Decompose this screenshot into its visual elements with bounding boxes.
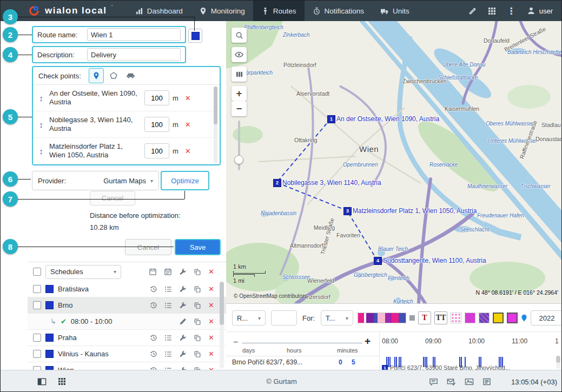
delete-route-button[interactable]: ✕ (208, 285, 214, 293)
map[interactable]: + − 1 km 1 mi © OpenStreetMap contributo… (226, 21, 562, 303)
wialon-logo[interactable]: wialon local ˊ (28, 4, 113, 17)
delete-route-button[interactable]: ✕ (208, 350, 214, 358)
nav-tab-routes[interactable]: Routes (253, 1, 305, 21)
zoom-in-button[interactable]: + (232, 86, 247, 101)
timeline-scrollbar[interactable] (556, 356, 560, 369)
history-icon[interactable] (150, 285, 157, 293)
delete-checkpoint-button[interactable]: ✕ (185, 94, 191, 102)
route-select[interactable]: R... ▾ (232, 310, 266, 325)
copy-icon[interactable] (194, 302, 201, 309)
list-icon[interactable] (164, 334, 172, 342)
delete-checkpoint-button[interactable]: ✕ (185, 147, 191, 155)
properties-icon[interactable] (179, 285, 187, 293)
year-selector[interactable]: 2022 (531, 310, 562, 325)
legend-swatch-selected[interactable] (507, 313, 518, 323)
unit-car-button[interactable] (123, 68, 138, 83)
history-icon[interactable] (150, 350, 157, 358)
drag-handle-icon[interactable]: ↕ (33, 147, 49, 156)
news-icon[interactable] (482, 377, 491, 386)
timeline-zoom-in[interactable]: + (365, 335, 371, 347)
panel-scrollbar[interactable] (220, 282, 224, 368)
row-checkbox[interactable] (33, 366, 41, 370)
schedule-route-row[interactable]: Wien✕ (28, 362, 226, 370)
zoom-slider-handle[interactable] (234, 155, 243, 164)
provider-select[interactable]: Gurtam Maps ▾ (103, 177, 153, 185)
messages-icon[interactable] (429, 377, 438, 386)
nav-tab-monitoring[interactable]: Monitoring (191, 1, 253, 21)
history-icon[interactable] (150, 367, 157, 370)
map-marker[interactable]: 4 (374, 257, 382, 265)
timeline-zoom-slider[interactable] (242, 343, 362, 343)
type-select[interactable]: T... ▾ (321, 310, 353, 325)
map-marker[interactable]: 1 (327, 115, 335, 123)
list-icon[interactable] (164, 285, 172, 293)
properties-icon[interactable] (179, 367, 187, 370)
map-marker[interactable]: 2 (273, 179, 281, 187)
cancel-button[interactable]: Cancel (125, 239, 171, 255)
photos-icon[interactable] (465, 377, 474, 386)
legend-swatch[interactable] (451, 313, 461, 323)
zoom-out-button[interactable]: − (232, 101, 247, 116)
intervals-preview-swatch[interactable] (358, 313, 406, 323)
drag-handle-icon[interactable]: ↕ (33, 120, 49, 129)
text-size-button[interactable]: TT (434, 311, 447, 324)
map-layers-button[interactable] (232, 67, 247, 82)
map-attribution[interactable]: © OpenStreetMap contributors (234, 293, 307, 299)
tools-ruler-icon[interactable] (468, 6, 477, 16)
delete-schedule-button[interactable]: ✕ (208, 317, 214, 325)
zoom-hours-label[interactable]: hours (287, 347, 302, 354)
apps-grid-icon[interactable] (488, 7, 496, 15)
delete-route-button[interactable]: ✕ (208, 366, 214, 370)
checkpoints-scrollbar[interactable] (214, 87, 217, 163)
legend-swatch[interactable] (465, 313, 475, 323)
address-pin-button[interactable] (89, 68, 104, 83)
route-color-picker[interactable] (188, 29, 202, 43)
copy-icon[interactable] (194, 334, 201, 342)
list-icon[interactable] (164, 350, 172, 358)
delete-checkpoint-button[interactable]: ✕ (185, 121, 191, 129)
schedule-route-row[interactable]: Vilnius - Kaunas✕ (28, 346, 226, 362)
schedule-route-row[interactable]: Brno✕ (28, 297, 226, 314)
mail-check-icon[interactable] (447, 377, 456, 386)
row-checkbox[interactable] (33, 301, 41, 309)
geofence-polygon-button[interactable] (106, 68, 121, 83)
checkpoint-radius-input[interactable] (144, 143, 169, 158)
geofence-pin-icon[interactable] (521, 314, 527, 322)
list-icon[interactable] (164, 302, 172, 309)
description-input[interactable] (87, 48, 181, 61)
nav-tab-dashboard[interactable]: Dashboard (127, 1, 191, 21)
cancel-optimization-button[interactable]: Cancel (90, 191, 135, 205)
row-checkbox[interactable] (33, 285, 41, 293)
legend-swatch[interactable] (479, 313, 490, 323)
checkpoint-radius-input[interactable] (144, 90, 169, 105)
map-marker[interactable]: 3 (343, 207, 352, 215)
calendar-icon[interactable] (149, 268, 157, 276)
select-all-checkbox[interactable] (33, 268, 41, 276)
more-menu-icon[interactable]: ⋮ (507, 5, 516, 17)
user-menu[interactable]: user (527, 6, 553, 15)
properties-icon[interactable] (179, 350, 187, 358)
timeline-unit-label[interactable]: Brno Poříčí 623/7, 639... (232, 358, 335, 366)
map-search-button[interactable] (232, 28, 247, 43)
route-name-input[interactable] (87, 28, 181, 41)
schedule-route-row[interactable]: Bratislava✕ (28, 281, 226, 297)
copy-icon[interactable] (194, 285, 201, 293)
zoom-days-label[interactable]: days (242, 347, 255, 354)
history-icon[interactable] (150, 334, 157, 342)
timeline-zoom-out[interactable]: − (233, 337, 238, 347)
delete-icon[interactable]: ✕ (208, 268, 214, 276)
schedules-dropdown[interactable]: Schedules ▾ (45, 265, 121, 279)
text-size-button[interactable]: T (418, 311, 431, 324)
copy-icon[interactable] (194, 318, 201, 325)
optimize-button[interactable]: Optimize (161, 171, 209, 190)
delete-route-button[interactable]: ✕ (208, 301, 214, 309)
schedule-entry-row[interactable]: ↳✔08:00 - 10:00✕ (28, 314, 226, 330)
delete-route-button[interactable]: ✕ (208, 334, 214, 342)
copy-icon[interactable] (194, 350, 201, 358)
map-visibility-button[interactable] (232, 47, 247, 62)
legend-swatch-selected[interactable] (493, 313, 504, 323)
schedule-route-row[interactable]: Praha✕ (28, 330, 226, 346)
copy-icon[interactable] (194, 367, 201, 370)
row-checkbox[interactable] (33, 350, 41, 358)
legend-swatch[interactable] (409, 315, 415, 321)
